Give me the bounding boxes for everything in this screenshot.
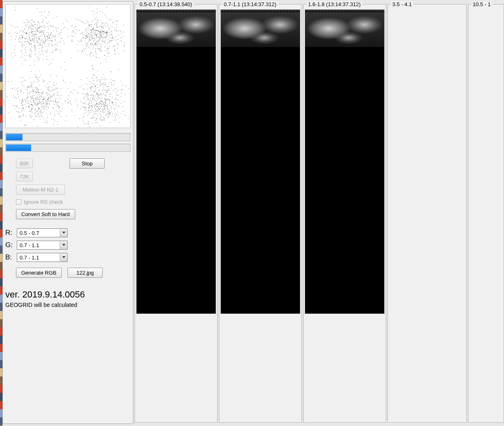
channel-image[interactable]	[220, 9, 300, 314]
svg-rect-536	[117, 21, 117, 21]
svg-rect-321	[50, 35, 50, 36]
svg-rect-1108	[50, 81, 50, 82]
svg-rect-1593	[115, 108, 115, 108]
svg-rect-401	[35, 24, 36, 25]
svg-rect-1644	[104, 105, 104, 105]
svg-rect-1274	[19, 100, 20, 100]
svg-rect-850	[65, 120, 66, 121]
svg-rect-495	[95, 35, 96, 35]
generate-rgb-button[interactable]: Generate RGB	[16, 268, 62, 278]
svg-rect-1498	[97, 92, 98, 92]
svg-rect-298	[30, 39, 30, 39]
svg-rect-1683	[118, 107, 119, 107]
svg-rect-700	[96, 24, 97, 24]
svg-rect-930	[58, 102, 58, 103]
svg-rect-1382	[84, 96, 85, 97]
svg-rect-1405	[111, 82, 112, 83]
svg-rect-355	[58, 43, 58, 43]
svg-rect-358	[61, 30, 62, 30]
svg-rect-1024	[22, 99, 23, 100]
svg-rect-44	[43, 45, 43, 46]
svg-rect-1271	[50, 90, 50, 90]
svg-rect-439	[91, 31, 92, 32]
convert-soft-hard-button[interactable]: Convert Soft to Hard	[16, 209, 75, 219]
svg-rect-1466	[126, 86, 126, 86]
svg-rect-1740	[88, 124, 88, 125]
svg-rect-487	[80, 40, 81, 40]
svg-rect-182	[59, 34, 59, 34]
svg-rect-893	[27, 90, 28, 90]
svg-rect-1675	[106, 105, 106, 106]
svg-rect-898	[31, 102, 31, 103]
svg-rect-1321	[104, 108, 105, 109]
r-channel-select[interactable]: 0.5 - 0.7	[17, 228, 68, 237]
svg-rect-1584	[99, 90, 100, 90]
svg-rect-408	[37, 28, 38, 28]
svg-rect-15	[25, 51, 26, 51]
svg-rect-1249	[37, 95, 37, 95]
svg-rect-670	[108, 39, 108, 39]
svg-rect-1114	[40, 71, 40, 71]
svg-rect-673	[83, 38, 83, 38]
svg-rect-1190	[43, 93, 43, 94]
g-channel-select[interactable]: 0.7 - 1.1	[17, 241, 68, 250]
svg-rect-931	[29, 65, 30, 66]
svg-rect-1294	[112, 108, 112, 108]
svg-rect-709	[90, 24, 91, 25]
svg-rect-1488	[88, 99, 88, 99]
svg-rect-535	[109, 29, 109, 29]
svg-rect-1586	[103, 83, 103, 84]
channel-previews-area: 0.5-0.7 (13:14:38.540)0.7-1.1 (13:14:37.…	[135, 1, 504, 426]
svg-rect-189	[61, 67, 61, 68]
svg-rect-6	[38, 39, 38, 39]
svg-rect-805	[95, 31, 96, 31]
svg-rect-691	[100, 32, 101, 33]
svg-rect-1253	[43, 99, 44, 99]
svg-rect-1705	[91, 83, 91, 83]
svg-rect-1538	[97, 93, 97, 94]
svg-rect-842	[33, 88, 33, 88]
status-line: GEOGRID will be calculated	[5, 302, 130, 308]
svg-rect-29	[36, 53, 36, 54]
svg-rect-47	[24, 23, 24, 23]
svg-rect-1074	[21, 111, 22, 111]
svg-rect-77	[22, 54, 23, 54]
svg-rect-1155	[21, 104, 21, 104]
channel-image[interactable]	[305, 9, 385, 314]
svg-rect-782	[104, 37, 105, 37]
svg-rect-544	[98, 37, 99, 38]
svg-rect-1188	[65, 82, 65, 83]
svg-rect-261	[36, 34, 37, 35]
svg-rect-1410	[101, 78, 102, 78]
channel-image[interactable]	[136, 9, 216, 314]
svg-rect-919	[40, 112, 40, 113]
stop-button[interactable]: Stop	[70, 158, 105, 169]
svg-rect-1234	[70, 101, 71, 101]
svg-rect-1605	[101, 115, 101, 115]
svg-rect-872	[30, 101, 31, 101]
svg-rect-613	[92, 35, 92, 35]
svg-rect-362	[64, 43, 64, 44]
svg-rect-1604	[74, 115, 75, 116]
svg-rect-58	[32, 36, 32, 37]
svg-rect-587	[86, 43, 86, 43]
svg-rect-1703	[92, 99, 93, 99]
svg-rect-1047	[63, 81, 64, 81]
svg-rect-1456	[100, 111, 101, 112]
svg-rect-1553	[90, 95, 90, 96]
svg-rect-685	[96, 34, 97, 34]
svg-rect-584	[78, 51, 78, 51]
svg-rect-247	[22, 36, 23, 36]
svg-rect-1434	[91, 100, 92, 100]
svg-rect-395	[22, 37, 22, 37]
svg-rect-1460	[99, 118, 100, 119]
svg-rect-533	[99, 43, 99, 43]
save-filename-button[interactable]: 122.jpg	[68, 268, 103, 278]
svg-rect-843	[29, 111, 30, 112]
svg-rect-538	[92, 29, 93, 29]
svg-rect-800	[99, 50, 100, 50]
svg-rect-1059	[58, 113, 59, 114]
svg-rect-1729	[121, 97, 121, 97]
b-channel-select[interactable]: 0.7 - 1.1	[17, 253, 68, 262]
svg-rect-1474	[101, 106, 102, 107]
